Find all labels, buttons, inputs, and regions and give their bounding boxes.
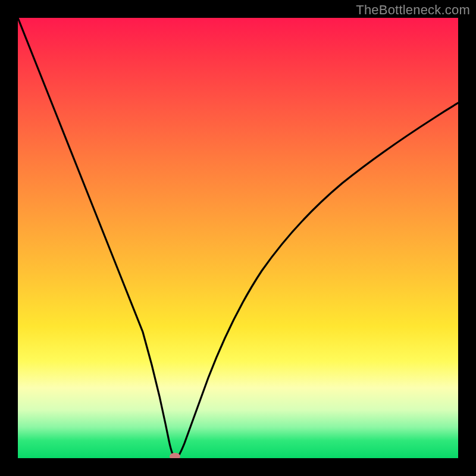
watermark-text: TheBottleneck.com	[356, 2, 470, 18]
marker-dot	[170, 453, 180, 458]
curve-path	[18, 18, 458, 458]
chart-plot-area	[18, 18, 458, 458]
bottleneck-curve	[18, 18, 458, 458]
chart-frame: TheBottleneck.com	[0, 0, 476, 476]
